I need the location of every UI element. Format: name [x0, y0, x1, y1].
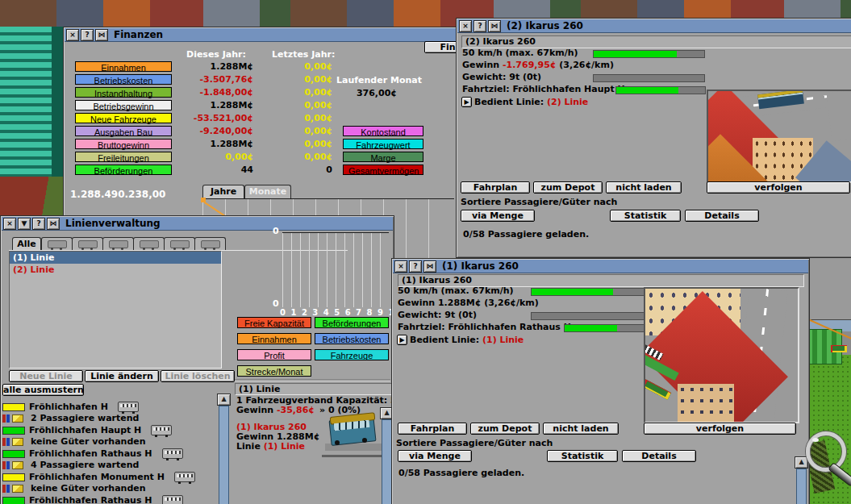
- value-this-year: 1.288M¢: [177, 61, 253, 72]
- new-line-button[interactable]: Neue Linie: [9, 370, 83, 382]
- convoi1-sort-mode-button[interactable]: via Menge: [398, 450, 472, 462]
- stop-entry[interactable]: Fröhlichhafen Rathaus H 4 Passagiere war…: [2, 494, 215, 504]
- chart-toggle-fahrzeuge[interactable]: Fahrzeuge: [315, 349, 389, 360]
- convoi1-statistics-button[interactable]: Statistik: [547, 450, 618, 462]
- tab-train-lines[interactable]: [41, 237, 73, 251]
- line-management-titlebar[interactable]: × ▼ ? ⋈ Linienverwaltung: [2, 217, 393, 231]
- convoi2-noload-button[interactable]: nicht laden: [606, 181, 682, 194]
- train-icon: [48, 240, 67, 248]
- line-list-item-2[interactable]: (2) Linie: [10, 264, 221, 276]
- convoi2-name-field[interactable]: (2) Ikarus 260: [461, 35, 851, 48]
- finance-toggle-betriebskosten[interactable]: Betriebskosten: [75, 74, 172, 85]
- pin-icon[interactable]: ⋈: [47, 218, 60, 230]
- line-chart-grid: [282, 233, 388, 307]
- convoi2-speed: 50 km/h (max. 67km/h): [462, 48, 578, 58]
- value-this-year: 0,00¢: [177, 152, 253, 162]
- close-icon[interactable]: ×: [394, 260, 407, 273]
- convoi1-profit: Gewinn 1.288M¢ (3,26¢/km): [398, 298, 539, 308]
- finance-toggle-fahrzeugwert[interactable]: Fahrzeugwert: [343, 139, 423, 149]
- pin-icon[interactable]: ⋈: [488, 20, 501, 32]
- convoi1-cargo-scrollbar[interactable]: [796, 469, 807, 504]
- convoi2-schedule-button[interactable]: Fahrplan: [461, 181, 530, 194]
- convoi2-window-title: (2) Ikarus 260: [507, 20, 583, 31]
- chart-y-min: 0: [273, 299, 279, 309]
- retire-all-button[interactable]: alle ausmustern: [2, 384, 84, 396]
- stop-status-bar: [2, 497, 25, 504]
- convoi2-titlebar[interactable]: × ? ⋈ (2) Ikarus 260: [457, 19, 851, 33]
- finance-toggle-marge[interactable]: Marge: [343, 152, 423, 162]
- finance-toggle-betriebsgewinn[interactable]: Betriebsgewinn: [75, 100, 172, 110]
- stop-status-bar: [2, 450, 25, 458]
- bus-icon: [118, 402, 139, 412]
- convoi2-world-view[interactable]: [707, 90, 851, 183]
- convoi1-world-view[interactable]: [644, 287, 799, 423]
- tab-air-lines[interactable]: [194, 237, 226, 251]
- convoi2-goto-line-button[interactable]: ▶: [461, 97, 472, 107]
- convoi1-goto-line-button[interactable]: ▶: [397, 335, 407, 345]
- pin-icon[interactable]: ⋈: [423, 260, 436, 273]
- finance-toggle-gesamtvermoegen[interactable]: Gesamtvermögen: [343, 165, 423, 175]
- tab-truck-lines[interactable]: [133, 237, 165, 251]
- convoi2-statistics-button[interactable]: Statistik: [610, 210, 681, 222]
- rollup-icon[interactable]: ▼: [18, 218, 31, 230]
- chart-toggle-einnahmen[interactable]: Einnahmen: [237, 333, 311, 344]
- update-line-button[interactable]: Linie ändern: [85, 370, 159, 382]
- line-list: (1) Linie (2) Linie: [9, 251, 222, 369]
- convoi2-follow-button[interactable]: verfolgen: [707, 181, 850, 194]
- finance-toggle-instandhaltung[interactable]: Instandhaltung: [75, 87, 172, 98]
- finance-toggle-befoerderungen[interactable]: Beförderungen: [75, 165, 172, 175]
- convoi1-line-link[interactable]: (1) Linie: [482, 335, 524, 345]
- stop-entry[interactable]: Fröhlichhafen Monument H keine Güter vor…: [2, 471, 215, 494]
- finance-titlebar[interactable]: × ? ⋈ Finanzen: [65, 28, 456, 42]
- chart-toggle-betriebskosten[interactable]: Betriebskosten: [315, 333, 389, 344]
- stop-entry[interactable]: Fröhlichhafen H 2 Passagiere wartend: [2, 401, 215, 424]
- chart-toggle-strecke-monat[interactable]: Strecke/Monat: [237, 365, 311, 377]
- tab-tram-lines[interactable]: [102, 237, 134, 251]
- view-bus: [757, 90, 804, 109]
- chart-toggle-profit[interactable]: Profit: [237, 349, 311, 360]
- convoi1-follow-button[interactable]: verfolgen: [644, 423, 796, 435]
- chart-toggle-befoerderungen[interactable]: Beförderungen: [315, 317, 389, 328]
- close-icon[interactable]: ×: [3, 218, 16, 230]
- convoi1-depot-button[interactable]: zum Depot: [470, 423, 540, 435]
- convoi1-details-button[interactable]: Details: [622, 450, 696, 462]
- close-icon[interactable]: ×: [66, 29, 79, 41]
- convoi1-titlebar[interactable]: × ? ⋈ (1) Ikarus 260: [393, 260, 808, 273]
- tab-all-lines[interactable]: Alle: [12, 237, 41, 251]
- help-icon[interactable]: ?: [32, 218, 45, 230]
- line-list-item-1[interactable]: (1) Linie: [10, 252, 221, 264]
- delete-line-button[interactable]: Linie löschen: [161, 370, 235, 382]
- street-lower-left: [0, 177, 63, 215]
- finance-toggle-freileitungen[interactable]: Freileitungen: [75, 152, 172, 162]
- stop-list-scrollbar[interactable]: [219, 406, 229, 504]
- convoi2-depot-button[interactable]: zum Depot: [533, 181, 603, 194]
- stop-list: Fröhlichhafen H 2 Passagiere wartend Frö…: [1, 397, 217, 504]
- bus-icon: [162, 495, 183, 504]
- finance-toggle-bruttogewinn[interactable]: Bruttogewinn: [75, 139, 172, 149]
- pin-icon[interactable]: ⋈: [95, 29, 108, 41]
- finance-toggle-neue-fahrzeuge[interactable]: Neue Fahrzeuge: [75, 113, 172, 123]
- finance-toggle-einnahmen[interactable]: Einnahmen: [75, 61, 172, 72]
- convoi2-line-link[interactable]: (2) Linie: [547, 97, 588, 107]
- tab-monorail-lines[interactable]: [72, 237, 103, 251]
- convoi2-line-row: Bedient Linie: (2) Linie: [474, 98, 588, 107]
- close-icon[interactable]: ×: [459, 20, 472, 32]
- tab-years[interactable]: Jahre: [202, 185, 244, 199]
- help-icon[interactable]: ?: [81, 29, 94, 41]
- convoi2-details-button[interactable]: Details: [685, 210, 759, 222]
- scroll-up-icon[interactable]: ▲: [217, 394, 231, 406]
- stop-entry[interactable]: Fröhlichhafen Haupt H keine Güter vorhan…: [2, 424, 215, 448]
- finance-toggle-ausgaben-bau[interactable]: Ausgaben Bau: [75, 126, 172, 136]
- help-icon[interactable]: ?: [473, 20, 486, 32]
- scroll-up-icon[interactable]: ▲: [795, 456, 808, 469]
- stop-entry[interactable]: Fröhlichhafen Rathaus H 4 Passagiere war…: [2, 448, 215, 471]
- tab-ship-lines[interactable]: [164, 237, 195, 251]
- convoi2-sort-mode-button[interactable]: via Menge: [461, 210, 535, 222]
- current-month-value: 376,00¢: [336, 89, 397, 98]
- help-icon[interactable]: ?: [409, 260, 422, 273]
- chart-toggle-freie-kapazitaet[interactable]: Freie Kapazität: [237, 317, 311, 328]
- convoi1-noload-button[interactable]: nicht laden: [543, 423, 619, 435]
- finance-toggle-kontostand[interactable]: Kontostand: [343, 126, 423, 136]
- convoi1-schedule-button[interactable]: Fahrplan: [398, 423, 467, 435]
- tab-months[interactable]: Monate: [244, 185, 291, 199]
